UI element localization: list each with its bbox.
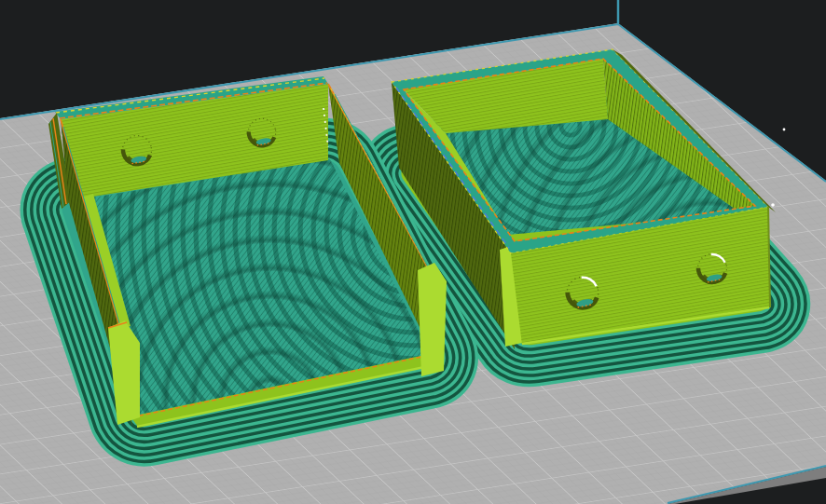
slicer-3d-viewport[interactable] [0,0,826,504]
gcode-preview-canvas[interactable] [0,0,826,504]
right-wall-end-cap [418,263,447,376]
seam-mark [783,129,786,131]
seam-mark [771,203,775,207]
